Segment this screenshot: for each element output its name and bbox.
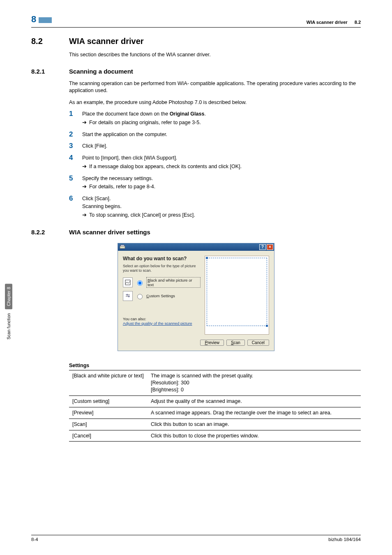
step-text: Specify the necessary settings. [82,175,361,183]
step-sub: To stop scanning, click [Cancel] or pres… [82,211,361,219]
preview-button[interactable]: Preview [200,340,224,346]
scanner-icon [120,244,125,250]
heading-8-2: 8.2 WIA scanner driver [31,37,361,46]
intro-text: This section describes the functions of … [69,51,361,58]
table-row: [Black and white picture or text]The ima… [69,370,361,396]
adjust-quality-link[interactable]: Adjust the quality of the scanned pictur… [123,321,201,326]
svg-rect-6 [128,296,129,297]
step-1: 1 Place the document face down on the Or… [69,110,361,127]
svg-rect-1 [121,245,125,246]
step-sub: For details on placing originals, refer … [82,119,361,127]
wia-dialog: ? × What do you want to scan? Select an … [118,243,274,351]
p-821-a: The scanning operation can be performed … [69,80,361,94]
running-section: 8.2 [355,20,361,25]
running-title: WIA scanner driver [307,20,348,25]
step-2: 2 Start the application on the computer. [69,131,361,139]
option-custom-label: Custom Settings [146,294,175,298]
step-5: 5 Specify the necessary settings. For de… [69,175,361,191]
help-button[interactable]: ? [259,244,266,250]
scan-button[interactable]: Scan [226,340,245,346]
table-row: [Scan]Click this button to scan an image… [69,419,361,430]
side-tab: Chapter 8 Scan function [5,284,12,340]
step-text: Start the application on the computer. [82,131,361,139]
dialog-titlebar: ? × [118,243,274,251]
option-bw-label: Black and white picture or text [146,277,201,288]
running-header: 8 WIA scanner driver 8.2 [31,14,361,28]
settings-title: Settings [69,363,361,368]
product-name: bizhub 184/164 [328,537,361,542]
step-text: Click [File]. [82,142,361,150]
dialog-subtext: Select an option below for the type of p… [123,264,201,273]
svg-rect-2 [125,280,130,285]
wia-dialog-figure: ? × What do you want to scan? Select an … [31,243,361,351]
table-row: [Preview]A scanned image appears. Drag t… [69,407,361,419]
chapter-badge: Chapter 8 [5,284,12,309]
table-row: [Custom setting]Adjust the quality of th… [69,395,361,407]
step-text: Point to [Import], then click [WIA Suppo… [82,154,361,162]
settings-table: [Black and white picture or text]The ima… [69,370,361,442]
you-can-also: You can also: [123,317,201,321]
step-text: Place the document face down on the Orig… [82,110,361,118]
step-4: 4 Point to [Import], then click [WIA Sup… [69,154,361,171]
p-821-b: As an example, the procedure using Adobe… [69,99,361,106]
cancel-button[interactable]: Cancel [247,340,269,346]
option-bw[interactable]: Black and white picture or text [123,277,201,288]
chapter-tab-decor [39,17,52,23]
preview-area[interactable] [205,256,269,335]
heading-8-2-1: 8.2.1 Scanning a document [31,68,361,75]
radio-custom[interactable] [137,294,143,299]
option-custom[interactable]: Custom Settings [123,291,201,301]
step-6: 6 Click [Scan]. Scanning begins. To stop… [69,195,361,219]
chapter-number: 8 [31,14,36,25]
selection-rectangle[interactable] [207,258,267,326]
cell: The image is scanned with the preset qua… [148,370,361,396]
step-sub: For details, refer to page 8-4. [82,183,361,191]
step-sub: If a message dialog box appears, check i… [82,163,361,171]
table-row: [Cancel]Click this button to close the p… [69,430,361,442]
step-text: Click [Scan]. [82,195,361,203]
bw-picture-icon [123,278,133,287]
svg-rect-5 [127,294,128,296]
page-number: 8-4 [31,537,38,542]
page-footer: 8-4 bizhub 184/164 [31,535,361,542]
section-label: Scan function [6,313,11,340]
radio-bw[interactable] [137,280,143,286]
step-3: 3 Click [File]. [69,142,361,150]
step-extra: Scanning begins. [82,203,361,210]
dialog-question: What do you want to scan? [123,256,201,261]
settings-block: Settings [Black and white picture or tex… [69,363,361,442]
close-button[interactable]: × [267,244,273,250]
heading-8-2-2: 8.2.2 WIA scanner driver settings [31,229,361,236]
custom-settings-icon [123,291,133,301]
svg-rect-0 [120,246,125,249]
